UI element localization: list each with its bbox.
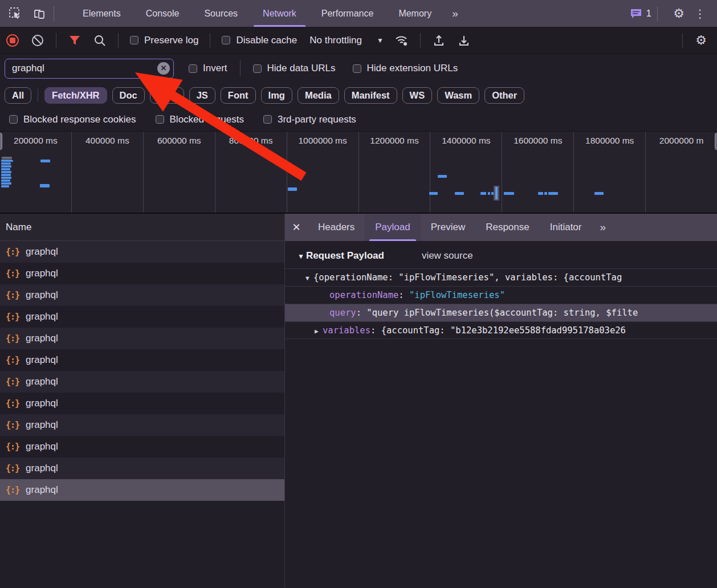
chip-ws[interactable]: WS: [402, 87, 433, 104]
network-settings-gear-icon[interactable]: ⚙: [693, 32, 709, 48]
chip-wasm[interactable]: Wasm: [437, 87, 479, 104]
payload-key: operationName: [329, 290, 398, 300]
import-har-icon[interactable]: [431, 32, 447, 48]
overview-right-handle[interactable]: [715, 133, 717, 150]
payload-tree-row[interactable]: ▶variables: {accountTag: "b12e3b2192ee55…: [285, 321, 717, 339]
detail-tab-headers[interactable]: Headers: [308, 214, 365, 241]
detail-tab-payload[interactable]: Payload: [365, 214, 420, 241]
tab-sources[interactable]: Sources: [192, 0, 250, 27]
filter-row: ✕ Invert Hide data URLs Hide extension U…: [0, 54, 717, 83]
request-row[interactable]: {:}graphql: [0, 241, 284, 263]
device-toolbar-icon[interactable]: [31, 5, 48, 22]
filter-funnel-icon[interactable]: [67, 32, 83, 48]
request-name: graphql: [26, 398, 58, 409]
request-row[interactable]: {:}graphql: [0, 458, 284, 479]
payload-tree-row[interactable]: ▼{operationName: "ipFlowTimeseries", var…: [285, 268, 717, 286]
checkbox-icon[interactable]: [189, 64, 197, 73]
fetch-xhr-icon: {:}: [6, 377, 19, 387]
tab-network[interactable]: Network: [250, 0, 309, 27]
view-source-link[interactable]: view source: [422, 250, 473, 262]
request-row[interactable]: {:}graphql: [0, 284, 284, 306]
request-row[interactable]: {:}graphql: [0, 393, 284, 414]
payload-string-value: "ipFlowTimeseries": [409, 290, 505, 300]
tab-elements[interactable]: Elements: [70, 0, 133, 27]
hide-extension-urls-checkbox[interactable]: Hide extension URLs: [353, 63, 458, 74]
chip-manifest[interactable]: Manifest: [344, 87, 397, 104]
detail-tab-preview[interactable]: Preview: [421, 214, 475, 241]
filter-input[interactable]: [5, 59, 174, 79]
checkbox-icon[interactable]: [353, 64, 361, 73]
request-row[interactable]: {:}graphql: [0, 328, 284, 349]
request-payload-title[interactable]: ▼Request Payload: [298, 250, 384, 262]
chip-all[interactable]: All: [5, 87, 31, 104]
chip-doc[interactable]: Doc: [112, 87, 145, 104]
chip-font[interactable]: Font: [221, 87, 256, 104]
preserve-log-checkbox[interactable]: Preserve log: [130, 35, 198, 46]
tab-memory[interactable]: Memory: [386, 0, 444, 27]
fetch-xhr-icon: {:}: [6, 420, 19, 430]
chip-fetch-xhr[interactable]: Fetch/XHR: [44, 87, 107, 104]
timeline-tick-label: 1400000 ms: [442, 136, 490, 213]
request-row[interactable]: {:}graphql: [0, 371, 284, 393]
request-row[interactable]: {:}graphql: [0, 414, 284, 436]
inspect-element-icon[interactable]: [7, 5, 24, 22]
checkbox-icon[interactable]: [156, 115, 164, 124]
network-overview-timeline[interactable]: 200000 ms400000 ms600000 ms800000 ms1000…: [0, 132, 717, 214]
blocked-requests-checkbox[interactable]: Blocked requests: [156, 114, 244, 125]
clear-filter-icon[interactable]: ✕: [157, 62, 170, 75]
issues-counter[interactable]: 1: [630, 8, 651, 19]
hide-data-urls-checkbox[interactable]: Hide data URLs: [253, 63, 336, 74]
chip-css[interactable]: CSS: [150, 87, 184, 104]
waterfall-bar: [288, 187, 297, 191]
3rd-party-requests-checkbox[interactable]: 3rd-party requests: [263, 114, 356, 125]
chip-media[interactable]: Media: [298, 87, 339, 104]
tab-performance[interactable]: Performance: [309, 0, 386, 27]
blocked-response-cookies-checkbox[interactable]: Blocked response cookies: [9, 114, 136, 125]
chip-other[interactable]: Other: [484, 87, 524, 104]
timeline-tick-label: 200000 ms: [14, 136, 58, 213]
overview-left-handle[interactable]: [0, 133, 2, 150]
detail-tab-initiator[interactable]: Initiator: [540, 214, 592, 241]
detail-tab-response[interactable]: Response: [475, 214, 540, 241]
request-row[interactable]: {:}graphql: [0, 306, 284, 328]
record-network-log-button[interactable]: [5, 32, 21, 48]
request-row[interactable]: {:}graphql: [0, 479, 284, 501]
checkbox-icon[interactable]: [222, 36, 230, 44]
chip-js[interactable]: JS: [189, 87, 215, 104]
more-tabs-icon[interactable]: »: [444, 7, 465, 20]
waterfall-bar: [504, 192, 514, 195]
tab-console[interactable]: Console: [133, 0, 192, 27]
more-detail-tabs-icon[interactable]: »: [592, 221, 613, 234]
checkbox-icon[interactable]: [253, 64, 262, 73]
request-row[interactable]: {:}graphql: [0, 263, 284, 284]
network-conditions-icon[interactable]: [394, 32, 410, 48]
checkbox-icon[interactable]: [263, 115, 272, 124]
search-icon[interactable]: [92, 32, 108, 48]
disable-cache-checkbox[interactable]: Disable cache: [222, 35, 297, 46]
chip-img[interactable]: Img: [261, 87, 292, 104]
payload-tree-row[interactable]: query: "query ipFlowTimeseries($accountT…: [285, 304, 717, 321]
kebab-menu-icon[interactable]: ⋮: [687, 7, 712, 21]
fetch-xhr-icon: {:}: [6, 442, 19, 452]
collapse-triangle-icon[interactable]: ▼: [298, 252, 304, 260]
divider: [240, 60, 241, 76]
overview-selected-request-bar: [495, 187, 498, 199]
payload-tree-row[interactable]: operationName: "ipFlowTimeseries": [285, 286, 717, 304]
waterfall-bar: [40, 160, 50, 162]
settings-gear-icon[interactable]: ⚙: [670, 5, 687, 22]
checkbox-icon[interactable]: [130, 36, 138, 44]
close-icon[interactable]: ✕: [285, 221, 308, 234]
request-row[interactable]: {:}graphql: [0, 436, 284, 458]
extra-filters-row: Blocked response cookiesBlocked requests…: [0, 108, 717, 132]
request-row[interactable]: {:}graphql: [0, 349, 284, 371]
tree-toggle-icon[interactable]: ▼: [305, 270, 313, 286]
invert-checkbox[interactable]: Invert: [189, 63, 227, 74]
clear-network-log-button[interactable]: [30, 32, 46, 48]
checkbox-icon[interactable]: [9, 115, 18, 124]
request-detail-pane: ✕ HeadersPayloadPreviewResponseInitiator…: [285, 214, 717, 587]
payload-key: query: [329, 308, 356, 318]
throttling-dropdown[interactable]: No throttling ▼: [309, 35, 384, 46]
name-column-header[interactable]: Name: [0, 214, 284, 241]
tree-toggle-icon[interactable]: ▶: [315, 322, 323, 339]
export-har-icon[interactable]: [456, 32, 472, 48]
